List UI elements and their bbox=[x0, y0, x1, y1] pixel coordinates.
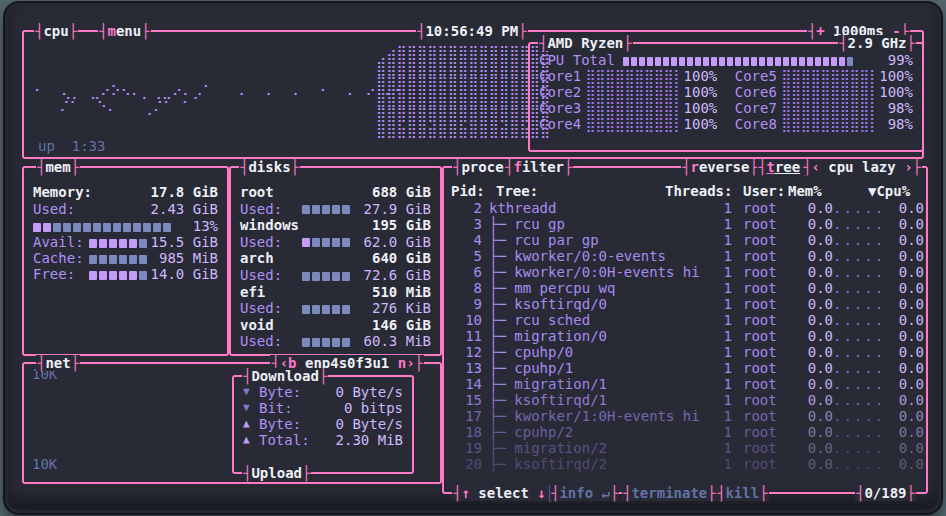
memory-total-row: Memory:17.8 GiB bbox=[33, 184, 218, 200]
memory-stat-label: Cache: bbox=[33, 250, 89, 266]
process-cpu-percent: 0.0 bbox=[881, 248, 924, 264]
process-user: root bbox=[732, 296, 793, 312]
filter-button[interactable]: ┤filter├ bbox=[504, 159, 573, 175]
cpu-box-title[interactable]: ┤cpu├ bbox=[34, 23, 78, 39]
process-row[interactable]: 6├─ kworker/0:0H-events_hi1root0.0.....0… bbox=[452, 264, 924, 280]
process-user: root bbox=[732, 424, 793, 440]
process-row[interactable]: 5├─ kworker/0:0-events1root0.0.....0.0 bbox=[452, 248, 924, 264]
process-counter: ┤0/189├ bbox=[855, 485, 916, 501]
meter-block bbox=[129, 271, 137, 280]
process-name: ├─ migration/0 bbox=[489, 328, 703, 344]
process-row[interactable]: 20├─ ksoftirqd/21root0.0.....0.0 bbox=[452, 456, 924, 472]
select-down-arrow[interactable]: ↓ bbox=[537, 485, 545, 501]
process-row[interactable]: 15├─ ksoftirqd/11root0.0.....0.0 bbox=[452, 392, 924, 408]
header-tree[interactable]: Tree: bbox=[496, 183, 538, 199]
core-meter: ⣿⣿⣿⣿⣿⣿⣿⣿⣿⣿⣿ bbox=[781, 116, 874, 132]
process-row[interactable]: 14├─ migration/11root0.0.....0.0 bbox=[452, 376, 924, 392]
process-pid: 5 bbox=[452, 248, 482, 264]
process-threads: 1 bbox=[703, 424, 732, 440]
kill-button[interactable]: ┤kill├ bbox=[716, 485, 769, 501]
process-row[interactable]: 11├─ migration/01root0.0.....0.0 bbox=[452, 328, 924, 344]
meter-block bbox=[139, 271, 147, 280]
meter-block bbox=[332, 205, 340, 214]
disk-used-label: Used: bbox=[240, 234, 302, 250]
core-meter: ⣿⣿⣿⣿⣿⣿⣿⣿⣿⣿⣿ bbox=[586, 100, 679, 116]
net-next-button[interactable]: n› bbox=[398, 355, 415, 371]
process-row[interactable]: 13├─ cpuhp/11root0.0.....0.0 bbox=[452, 360, 924, 376]
menu-button[interactable]: ┤menu├ bbox=[98, 23, 151, 39]
header-user[interactable]: User: bbox=[743, 183, 785, 199]
meter-block bbox=[631, 57, 637, 66]
process-row[interactable]: 19├─ migration/21root0.0.....0.0 bbox=[452, 440, 924, 456]
process-row[interactable]: 12├─ cpuhp/01root0.0.....0.0 bbox=[452, 344, 924, 360]
net-stat-row: ▼Bit:0 bitps bbox=[243, 400, 403, 416]
process-cpu-percent: 0.0 bbox=[881, 280, 924, 296]
disk-name: efi bbox=[240, 284, 265, 300]
process-cpu-percent: 0.0 bbox=[881, 392, 924, 408]
process-row[interactable]: 3├─ rcu_gp1root0.0.....0.0 bbox=[452, 216, 924, 232]
process-mem-percent: 0.0 bbox=[793, 328, 833, 344]
disk-used-value: 60.3 MiB bbox=[364, 333, 431, 349]
process-name: ├─ rcu_sched bbox=[489, 312, 703, 328]
process-mem-percent: 0.0 bbox=[793, 280, 833, 296]
process-name: ├─ kworker/0:0H-events_hi bbox=[489, 264, 703, 280]
meter-block bbox=[815, 57, 821, 66]
terminate-button[interactable]: ┤terminate├ bbox=[622, 485, 717, 501]
meter-block bbox=[332, 238, 340, 247]
core-row: Core2⣿⣿⣿⣿⣿⣿⣿⣿⣿⣿⣿100%Core6⣿⣿⣿⣿⣿⣿⣿⣿⣿⣿⣿100% bbox=[539, 84, 913, 100]
process-pid: 8 bbox=[452, 280, 482, 296]
process-name: ├─ mm_percpu_wq bbox=[489, 280, 703, 296]
meter-block bbox=[153, 223, 161, 232]
net-stat-value: 0 Byte/s bbox=[336, 416, 403, 432]
meter-block bbox=[99, 239, 107, 248]
select-up-arrow[interactable]: ↑ bbox=[461, 485, 469, 501]
sort-prev-button[interactable]: ‹ bbox=[811, 159, 819, 175]
meter-block bbox=[839, 57, 845, 66]
process-mem-percent: 0.0 bbox=[793, 296, 833, 312]
process-row[interactable]: 8├─ mm_percpu_wq1root0.0.....0.0 bbox=[452, 280, 924, 296]
meter-block bbox=[99, 271, 107, 280]
sort-selector[interactable]: ┤‹ cpu lazy ›├ bbox=[802, 159, 922, 175]
mem-box-title[interactable]: ┤mem├ bbox=[36, 159, 80, 175]
meter-block bbox=[302, 338, 310, 347]
disk-name-row: windows195 GiB bbox=[240, 217, 431, 233]
reverse-button[interactable]: ┤reverse├ bbox=[681, 159, 759, 175]
sort-next-button[interactable]: › bbox=[904, 159, 912, 175]
process-row[interactable]: 10├─ rcu_sched1root0.0.....0.0 bbox=[452, 312, 924, 328]
process-user: root bbox=[732, 344, 793, 360]
process-row[interactable]: 9├─ ksoftirqd/01root0.0.....0.0 bbox=[452, 296, 924, 312]
meter-block bbox=[113, 223, 121, 232]
net-box-title[interactable]: ┤net├ bbox=[36, 355, 80, 371]
process-row[interactable]: 18├─ cpuhp/21root0.0.....0.0 bbox=[452, 424, 924, 440]
process-name: ├─ kworker/0:0-events bbox=[489, 248, 703, 264]
meter-block bbox=[139, 239, 147, 248]
process-row[interactable]: 4├─ rcu_par_gp1root0.0.....0.0 bbox=[452, 232, 924, 248]
process-pid: 4 bbox=[452, 232, 482, 248]
process-cpu-percent: 0.0 bbox=[881, 312, 924, 328]
disk-used-value: 276 KiB bbox=[372, 300, 431, 316]
select-control[interactable]: ┤↑ select ↓├ bbox=[452, 485, 555, 501]
process-row[interactable]: 17├─ kworker/1:0H-events_hi1root0.0.....… bbox=[452, 408, 924, 424]
cpu-frequency: ┤2.9 GHz├ bbox=[838, 35, 916, 51]
meter-block bbox=[799, 57, 805, 66]
core-meter: ⣿⣿⣿⣿⣿⣿⣿⣿⣿⣿⣿ bbox=[586, 68, 679, 84]
process-row[interactable]: 2kthreadd1root0.0.....0.0 bbox=[452, 200, 924, 216]
interval-increase-button[interactable]: + bbox=[816, 23, 824, 39]
process-cpu-graph: ..... bbox=[833, 360, 881, 376]
disk-used-label: Used: bbox=[240, 300, 302, 316]
disks-box-title[interactable]: ┤disks├ bbox=[239, 159, 300, 175]
disk-used-meter bbox=[302, 333, 352, 349]
meter-block bbox=[671, 57, 677, 66]
core-percent: 98% bbox=[874, 116, 913, 132]
process-cpu-percent: 0.0 bbox=[881, 200, 924, 216]
header-mem[interactable]: Mem% bbox=[788, 183, 822, 199]
header-threads[interactable]: Threads: bbox=[665, 183, 732, 199]
header-cpu[interactable]: ▼Cpu% bbox=[868, 183, 910, 199]
info-button[interactable]: ┤info ↵├ bbox=[550, 485, 619, 501]
disk-name-row: arch640 GiB bbox=[240, 250, 431, 266]
header-pid[interactable]: Pid: bbox=[451, 183, 485, 199]
disk-name-row: efi510 MiB bbox=[240, 284, 431, 300]
process-cpu-graph: ..... bbox=[833, 216, 881, 232]
core-percent: 98% bbox=[874, 100, 913, 116]
meter-block bbox=[322, 205, 330, 214]
